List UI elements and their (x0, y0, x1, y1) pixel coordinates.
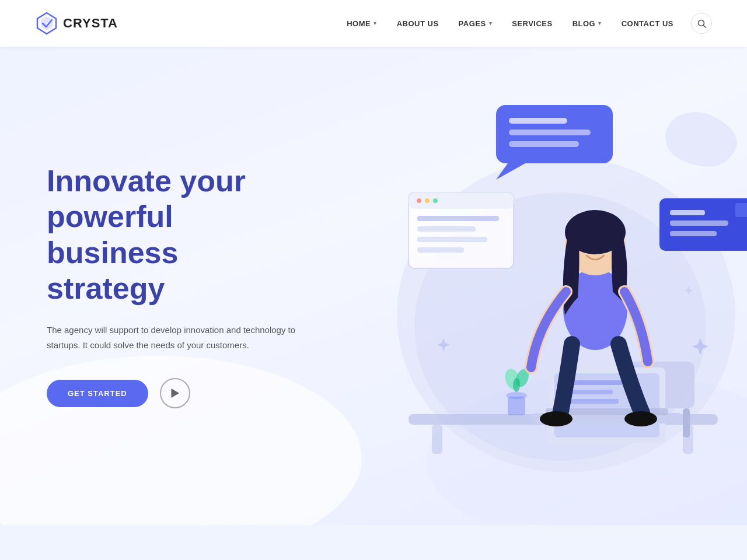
svg-rect-39 (508, 397, 525, 415)
logo-icon (35, 12, 58, 35)
svg-point-49 (540, 411, 573, 426)
nav-blog[interactable]: BLOG ▾ (564, 15, 610, 33)
svg-point-20 (433, 198, 438, 203)
hero-actions: GET STARTED (47, 378, 303, 408)
svg-rect-24 (417, 247, 464, 253)
svg-rect-23 (417, 237, 487, 242)
search-button[interactable] (691, 13, 712, 34)
play-video-button[interactable] (160, 378, 190, 408)
chevron-down-icon: ▾ (489, 20, 493, 26)
svg-line-3 (703, 25, 706, 27)
svg-rect-17 (409, 192, 514, 209)
svg-point-19 (425, 198, 430, 203)
hero-title: Innovate your powerful business strategy (47, 163, 303, 306)
svg-rect-22 (417, 226, 476, 232)
svg-rect-30 (683, 408, 690, 438)
svg-rect-26 (432, 425, 442, 454)
nav-pages[interactable]: PAGES ▾ (451, 15, 501, 33)
svg-rect-10 (509, 141, 579, 147)
hero-content: Innovate your powerful business strategy… (0, 128, 350, 443)
nav-contact[interactable]: CONTACT US (613, 15, 682, 33)
svg-point-43 (513, 378, 520, 392)
get-started-button[interactable]: GET STARTED (47, 380, 148, 407)
svg-rect-9 (509, 130, 591, 135)
nav-services[interactable]: SERVICES (504, 15, 561, 33)
hero-description: The agency will support to develop innov… (47, 323, 298, 352)
svg-rect-13 (670, 220, 728, 226)
svg-point-50 (624, 411, 657, 426)
hero-section: Innovate your powerful business strategy… (0, 47, 747, 525)
svg-point-48 (600, 244, 606, 251)
logo[interactable]: CRYSTA (35, 12, 118, 35)
play-icon (170, 388, 180, 398)
main-nav: HOME ▾ ABOUT US PAGES ▾ SERVICES BLOG ▾ … (338, 13, 712, 34)
svg-rect-14 (670, 231, 717, 236)
svg-point-47 (585, 244, 591, 251)
svg-rect-21 (417, 216, 499, 221)
logo-text: CRYSTA (63, 16, 118, 31)
hero-illustration (350, 82, 747, 478)
header: CRYSTA HOME ▾ ABOUT US PAGES ▾ SERVICES … (0, 0, 747, 47)
svg-rect-8 (509, 118, 567, 124)
svg-rect-15 (735, 203, 747, 217)
nav-about[interactable]: ABOUT US (389, 15, 447, 33)
svg-point-18 (417, 198, 421, 203)
chevron-down-icon: ▾ (374, 20, 377, 26)
chevron-down-icon: ▾ (598, 20, 602, 26)
search-icon (697, 19, 706, 28)
services-section: Our Awesome Services We Provide Awesome … (0, 525, 747, 560)
svg-point-40 (506, 392, 527, 399)
nav-home[interactable]: HOME ▾ (338, 15, 385, 33)
svg-rect-12 (670, 210, 705, 215)
